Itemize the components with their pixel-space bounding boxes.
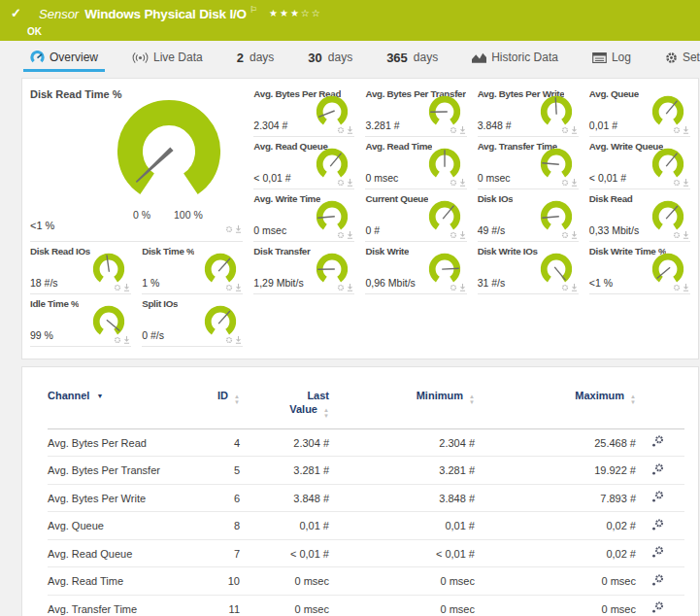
tab-live-data[interactable]: Live Data [129, 41, 206, 74]
mini-gear-icon[interactable] [561, 126, 569, 134]
mini-gear-icon[interactable] [337, 231, 345, 239]
column-header-last-value[interactable]: LastValue ▲▼ [240, 389, 329, 428]
gauge-cell-icons[interactable] [450, 179, 466, 187]
pin-down-icon[interactable] [571, 284, 578, 291]
gauge-cell-icons[interactable] [673, 179, 689, 187]
flag-icon[interactable]: ⚐ [250, 5, 257, 15]
pin-down-icon[interactable] [683, 126, 689, 134]
cell-actions[interactable] [636, 567, 684, 596]
mini-gear-icon[interactable] [673, 179, 681, 187]
mini-gear-icon[interactable] [673, 231, 681, 239]
channel-settings-icon[interactable] [651, 491, 664, 503]
pin-down-icon[interactable] [347, 284, 353, 291]
pin-down-icon[interactable] [123, 336, 130, 344]
pin-down-icon[interactable] [347, 179, 353, 187]
mini-gear-icon[interactable] [337, 284, 345, 291]
mini-gear-icon[interactable] [225, 284, 233, 291]
mini-gear-icon[interactable] [673, 284, 681, 291]
mini-gear-icon[interactable] [561, 179, 569, 187]
gauge-cell-icons[interactable] [337, 231, 353, 239]
pin-down-icon[interactable] [459, 231, 466, 239]
gauge-cell-icons[interactable] [337, 284, 353, 291]
gauge-cell-icons[interactable] [337, 179, 353, 187]
table-row-avg-read-time[interactable]: Avg. Read Time100 msec0 msec0 msec [48, 567, 684, 596]
pin-down-icon[interactable] [683, 284, 689, 291]
cell-actions[interactable] [636, 428, 684, 457]
sort-desc-icon[interactable]: ▼ [96, 393, 103, 399]
gauge-cell-icons[interactable] [225, 336, 242, 344]
tab-2-days[interactable]: 2days [234, 41, 278, 74]
mini-gear-icon[interactable] [450, 179, 457, 187]
sort-icon[interactable]: ▲▼ [234, 394, 240, 405]
tab-log[interactable]: Log [589, 41, 634, 74]
pin-down-icon[interactable] [683, 231, 689, 239]
channel-settings-icon[interactable] [651, 546, 664, 559]
cell-actions[interactable] [636, 457, 684, 485]
mini-gear-icon[interactable] [114, 336, 121, 344]
tab-30-days[interactable]: 30days [305, 41, 355, 74]
mini-gear-icon[interactable] [225, 336, 233, 344]
gauge-cell-icons[interactable] [561, 284, 578, 291]
gauge-cell-icons[interactable] [561, 126, 578, 134]
gauge-cell-icons[interactable] [114, 336, 130, 344]
pin-down-icon[interactable] [459, 179, 466, 187]
mini-gear-icon[interactable] [337, 179, 345, 187]
channel-settings-icon[interactable] [651, 435, 664, 448]
gauge-cell-icons[interactable] [450, 231, 466, 239]
mini-gear-icon[interactable] [450, 231, 457, 239]
gauge-cell-icons[interactable] [673, 126, 689, 134]
gauge-cell-icons[interactable] [561, 231, 578, 239]
mini-gear-icon[interactable] [561, 231, 569, 239]
tab-settings[interactable]: Settings [662, 41, 700, 74]
pin-down-icon[interactable] [459, 126, 466, 134]
table-row-avg-queue[interactable]: Avg. Queue80,01 #0,01 #0,02 # [48, 512, 684, 540]
pin-down-icon[interactable] [571, 126, 578, 134]
tab-historic-data[interactable]: Historic Data [469, 41, 561, 74]
channel-settings-icon[interactable] [651, 601, 664, 614]
table-row-avg-bytes-per-write[interactable]: Avg. Bytes Per Write63.848 #3.848 #7.893… [48, 484, 684, 512]
cell-actions[interactable] [636, 512, 684, 540]
pin-down-icon[interactable] [459, 284, 466, 291]
mini-gear-icon[interactable] [337, 126, 345, 134]
table-row-avg-bytes-per-transfer[interactable]: Avg. Bytes Per Transfer53.281 #3.281 #19… [48, 457, 684, 485]
pin-down-icon[interactable] [235, 336, 242, 344]
gauge-cell-icons[interactable] [337, 126, 353, 134]
mini-gear-icon[interactable] [114, 284, 121, 291]
sort-icon[interactable]: ▲▼ [323, 408, 329, 419]
mini-gear-icon[interactable] [673, 126, 681, 134]
column-header-channel[interactable]: Channel ▼ [48, 389, 193, 428]
gauge-cell-icons[interactable] [450, 126, 466, 134]
sort-icon[interactable]: ▲▼ [630, 394, 636, 405]
channel-settings-icon[interactable] [651, 519, 664, 531]
pin-down-icon[interactable] [571, 179, 578, 187]
tab-overview[interactable]: Overview [27, 41, 101, 74]
gauge-cell-icons[interactable] [561, 179, 578, 187]
table-row-avg-transfer-time[interactable]: Avg. Transfer Time110 msec0 msec0 msec [48, 595, 684, 616]
mini-gear-icon[interactable] [225, 225, 233, 233]
sort-icon[interactable]: ▲▼ [469, 394, 475, 405]
priority-stars[interactable]: ★★★☆☆ [269, 8, 322, 18]
channel-settings-icon[interactable] [651, 574, 664, 587]
pin-down-icon[interactable] [235, 284, 242, 291]
gauge-cell-icons[interactable] [673, 284, 689, 291]
pin-down-icon[interactable] [683, 179, 689, 187]
mini-gear-icon[interactable] [450, 284, 457, 291]
table-row-avg-read-queue[interactable]: Avg. Read Queue7< 0,01 #< 0,01 #0,02 # [48, 539, 684, 567]
mini-gear-icon[interactable] [450, 126, 457, 134]
column-header-id[interactable]: ID ▲▼ [193, 389, 240, 428]
gauge-cell-icons[interactable] [114, 284, 130, 291]
pin-down-icon[interactable] [235, 225, 242, 233]
cell-actions[interactable] [636, 539, 684, 567]
cell-actions[interactable] [636, 595, 684, 616]
gauge-cell-icons[interactable] [225, 284, 242, 291]
column-header-maximum[interactable]: Maximum ▲▼ [475, 389, 636, 428]
gauge-cell-icons[interactable] [225, 225, 242, 233]
pin-down-icon[interactable] [347, 126, 353, 134]
channel-settings-icon[interactable] [651, 463, 664, 476]
pin-down-icon[interactable] [571, 231, 578, 239]
tab-365-days[interactable]: 365days [383, 41, 441, 74]
gauge-cell-icons[interactable] [673, 231, 689, 239]
cell-actions[interactable] [636, 484, 684, 512]
table-row-avg-bytes-per-read[interactable]: Avg. Bytes Per Read42.304 #2.304 #25.468… [48, 428, 684, 457]
pin-down-icon[interactable] [347, 231, 353, 239]
